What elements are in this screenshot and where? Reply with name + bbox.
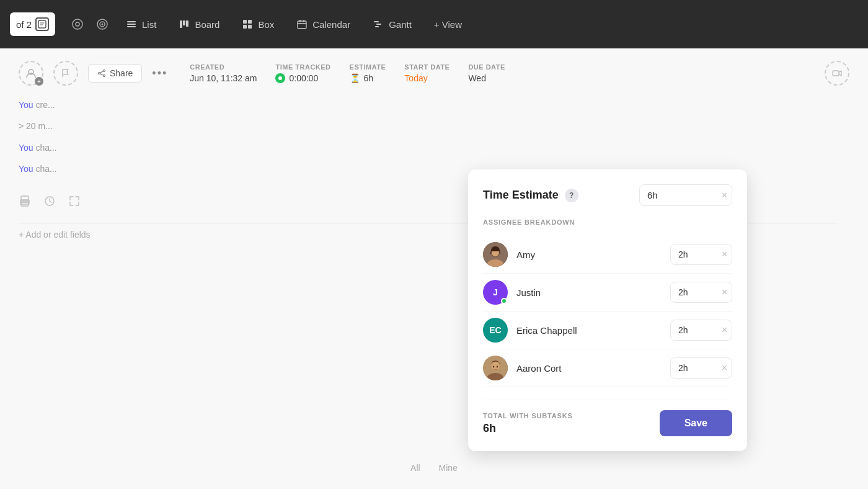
svg-rect-15 [248, 25, 252, 29]
amy-clear-button[interactable]: × [722, 249, 727, 260]
justin-name: Justin [516, 287, 670, 298]
time-tracked-dot [275, 73, 285, 83]
amy-avatar [483, 242, 508, 267]
nav-gantt[interactable]: Gantt [364, 15, 420, 34]
nav-add-view-label: + View [434, 19, 462, 30]
created-label: CREATED [190, 63, 257, 71]
activity-line-2: > 20 m... [19, 119, 837, 133]
svg-rect-7 [127, 24, 136, 25]
svg-rect-11 [186, 20, 188, 27]
bottom-tabs: All Mine [410, 459, 458, 477]
share-button[interactable]: Share [88, 64, 142, 83]
assignee-row-justin: J Justin × [483, 274, 732, 312]
svg-point-22 [104, 75, 105, 77]
svg-rect-24 [833, 71, 839, 76]
popup-header: Time Estimate ? × [483, 184, 732, 206]
assignee-row-aaron: Aaron Cort × [483, 349, 732, 387]
due-date-label: DUE DATE [468, 63, 505, 71]
svg-rect-6 [127, 21, 136, 22]
topbar-left: of 2 [10, 12, 55, 36]
estimate-input[interactable] [639, 184, 732, 206]
nav-add-view[interactable]: + View [425, 16, 471, 34]
add-assignee-button[interactable]: + [19, 61, 43, 86]
add-fields-label: + Add or edit fields [19, 230, 91, 240]
nav-calendar[interactable]: Calendar [288, 15, 359, 34]
print-icon[interactable] [19, 195, 31, 210]
meta-start-date[interactable]: START DATE Today [404, 63, 450, 83]
popup-footer: TOTAL WITH SUBTASKS 6h Save [483, 400, 732, 436]
meta-estimate[interactable]: ESTIMATE ⏳ 6h [350, 63, 386, 83]
more-button[interactable]: ••• [152, 67, 167, 80]
nav-box[interactable]: Box [233, 15, 283, 34]
flag-button[interactable] [53, 61, 78, 86]
amy-name: Amy [516, 249, 670, 260]
nav-box-label: Box [258, 19, 274, 30]
svg-rect-17 [374, 21, 379, 22]
you-label-3: You [19, 143, 33, 153]
amy-input-wrapper: × [670, 244, 732, 265]
meta-section: CREATED Jun 10, 11:32 am TIME TRACKED 0:… [190, 63, 505, 83]
total-label: TOTAL WITH SUBTASKS [483, 412, 573, 419]
help-icon[interactable]: ? [565, 189, 578, 202]
main-area: + Share ••• CREATED Jun 10, 11:32 am TIM… [0, 48, 868, 489]
nav-calendar-label: Calendar [312, 19, 350, 30]
erica-avatar: EC [483, 318, 508, 343]
svg-rect-18 [376, 24, 381, 25]
estimate-label: ESTIMATE [350, 63, 386, 71]
start-date-value: Today [404, 73, 450, 83]
total-value: 6h [483, 422, 573, 435]
svg-point-37 [493, 366, 494, 368]
svg-rect-14 [243, 25, 247, 29]
estimate-clear-button[interactable]: × [722, 190, 727, 201]
nav-list-label: List [142, 19, 156, 30]
nav-board-label: Board [195, 19, 219, 30]
assignee-breakdown-label: ASSIGNEE BREAKDOWN [483, 218, 732, 226]
aaron-clear-button[interactable]: × [722, 362, 727, 374]
meta-time-tracked: TIME TRACKED 0:00:00 [275, 63, 330, 83]
meta-created: CREATED Jun 10, 11:32 am [190, 63, 257, 83]
estimate-time: 6h [364, 73, 374, 83]
justin-avatar: J [483, 280, 508, 305]
nav-board[interactable]: Board [170, 15, 228, 34]
created-value: Jun 10, 11:32 am [190, 73, 257, 83]
page-indicator[interactable]: of 2 [10, 12, 55, 36]
assignee-row-amy: Amy × [483, 236, 732, 274]
share-label: Share [110, 68, 133, 78]
aaron-name: Aaron Cort [516, 363, 670, 374]
estimate-value: ⏳ 6h [350, 73, 386, 83]
tab-mine[interactable]: Mine [439, 459, 458, 477]
meta-due-date[interactable]: DUE DATE Wed [468, 63, 505, 83]
svg-point-5 [102, 24, 104, 25]
save-button[interactable]: Save [660, 410, 732, 436]
justin-clear-button[interactable]: × [722, 287, 727, 298]
hourglass-icon: ⏳ [350, 73, 360, 83]
svg-point-2 [76, 22, 79, 26]
activity-line-3: You cha... [19, 141, 837, 155]
justin-online-dot [501, 298, 507, 304]
topbar: of 2 List Board Box Calendar Gantt [0, 0, 868, 48]
svg-point-1 [73, 19, 82, 29]
time-tracked-label: TIME TRACKED [275, 63, 330, 71]
svg-rect-25 [21, 196, 29, 201]
topbar-target-icon[interactable] [92, 14, 112, 34]
history-icon[interactable] [43, 195, 56, 210]
svg-point-36 [492, 362, 500, 370]
you-label-1: You [19, 100, 33, 110]
popup-title-text: Time Estimate [483, 189, 559, 202]
svg-rect-16 [298, 21, 306, 29]
popup-title: Time Estimate ? [483, 189, 578, 202]
time-estimate-popup: Time Estimate ? × ASSIGNEE BREAKDOWN [468, 169, 747, 451]
task-header: + Share ••• CREATED Jun 10, 11:32 am TIM… [19, 61, 849, 86]
video-button[interactable] [825, 61, 849, 86]
svg-point-38 [497, 366, 498, 368]
tab-all[interactable]: All [410, 459, 420, 477]
due-date-value: Wed [468, 73, 505, 83]
justin-input-wrapper: × [670, 282, 732, 303]
nav-list[interactable]: List [117, 15, 165, 34]
topbar-settings-icon[interactable] [68, 14, 87, 34]
expand-icon[interactable] [68, 195, 81, 210]
aaron-input-wrapper: × [670, 357, 732, 379]
svg-rect-13 [248, 20, 252, 24]
erica-clear-button[interactable]: × [722, 325, 727, 336]
total-section: TOTAL WITH SUBTASKS 6h [483, 412, 573, 435]
